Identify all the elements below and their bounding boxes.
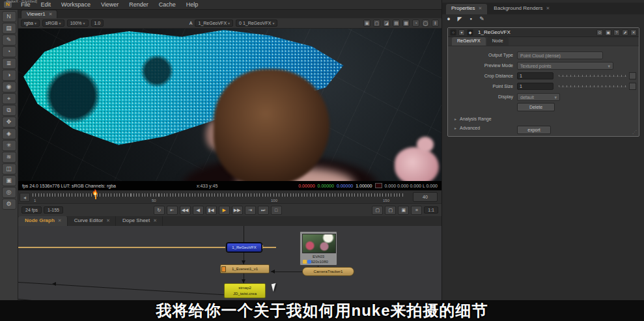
fps-select[interactable]: 24 fps bbox=[21, 206, 42, 214]
export-button[interactable]: export bbox=[517, 126, 551, 134]
step-forward-button[interactable]: ▶▶ bbox=[232, 206, 243, 215]
color-chip-icon[interactable]: ◆ bbox=[467, 29, 473, 36]
roi-icon[interactable]: ◪ bbox=[383, 20, 390, 27]
wire-stub-tan[interactable] bbox=[263, 247, 276, 248]
merge-tools-icon[interactable]: ⧉ bbox=[2, 105, 16, 116]
metadata-tools-icon[interactable]: ▣ bbox=[2, 175, 16, 186]
close-icon[interactable]: ✕ bbox=[546, 6, 550, 10]
checker-icon[interactable]: ▤ bbox=[393, 20, 400, 27]
display-dropdown[interactable]: default bbox=[517, 93, 560, 101]
a-buffer-select[interactable]: 1_ReGeoVFX ▾ bbox=[195, 20, 233, 27]
3d-tools-icon[interactable]: ◈ bbox=[2, 128, 16, 139]
current-frame-box[interactable]: 40 bbox=[413, 192, 438, 202]
tab-curve-editor[interactable]: Curve Editor✕ bbox=[68, 216, 116, 226]
other-tools-icon[interactable]: ⚙ bbox=[2, 199, 16, 210]
transform-tools-icon[interactable]: ✥ bbox=[2, 117, 16, 128]
play-backward-button[interactable]: ▮◀ bbox=[206, 206, 217, 215]
pixel-ratio-select[interactable]: 1:1 bbox=[424, 206, 438, 214]
wire-horizontal-tan[interactable] bbox=[18, 247, 225, 248]
node-name-field[interactable]: 1_ReGeoVFX bbox=[478, 29, 511, 35]
wire-vertical-top[interactable] bbox=[244, 226, 244, 243]
particles-tools-icon[interactable]: ✳ bbox=[2, 140, 16, 151]
delete-button[interactable]: Delete bbox=[517, 103, 555, 111]
clear-panels-icon[interactable]: ▪ bbox=[467, 16, 475, 23]
goto-start-button[interactable]: ⇤ bbox=[167, 206, 178, 215]
node-stmap[interactable]: stmap2 JD_twist.crea bbox=[224, 283, 266, 298]
frame-range-field[interactable]: 1-155 bbox=[44, 206, 63, 214]
deep-tools-icon[interactable]: ≋ bbox=[2, 152, 16, 163]
wipe-icon[interactable]: ▣ bbox=[363, 20, 371, 27]
pin-icon[interactable]: ◤ bbox=[456, 16, 464, 23]
node-cameratracker[interactable]: CameraTracker1 bbox=[302, 267, 354, 276]
tab-regeovfx-knobs[interactable]: ReGeoVFX bbox=[452, 37, 486, 46]
close-icon[interactable]: ✕ bbox=[478, 6, 482, 10]
prev-keyframe-button[interactable]: ◀◀ bbox=[180, 206, 191, 215]
menu-edit[interactable]: Edit bbox=[40, 1, 53, 8]
center-viewer-icon[interactable]: ⊙ bbox=[596, 29, 603, 36]
help-icon[interactable]: ? bbox=[613, 29, 620, 36]
menu-cache[interactable]: Cache bbox=[158, 1, 177, 8]
loop-button[interactable]: ↻ bbox=[154, 206, 165, 215]
close-icon[interactable]: ✕ bbox=[58, 218, 62, 223]
draw-tools-icon[interactable]: ✎ bbox=[2, 35, 16, 46]
menu-help[interactable]: Help bbox=[185, 1, 200, 8]
node-regeovfx[interactable]: 1_ReGeoVFX bbox=[227, 243, 262, 252]
mask-icon[interactable]: ▦ bbox=[402, 20, 410, 27]
close-icon[interactable]: ✕ bbox=[630, 29, 637, 36]
crop-distance-input[interactable]: 1 bbox=[517, 72, 553, 79]
fullscreen-icon[interactable]: ▢ bbox=[372, 206, 383, 215]
playhead-marker-icon[interactable]: 🔥 bbox=[92, 190, 98, 195]
advanced-group[interactable]: ▸Advanced bbox=[455, 126, 480, 130]
tab-viewer1[interactable]: Viewer1✕ bbox=[21, 10, 57, 18]
tab-node-graph[interactable]: Node Graph✕ bbox=[18, 216, 68, 226]
crop-distance-anim-icon[interactable] bbox=[629, 72, 636, 79]
tab-properties[interactable]: Properties✕ bbox=[446, 4, 487, 14]
crop-distance-slider[interactable] bbox=[559, 75, 626, 77]
keyer-tools-icon[interactable]: ⌖ bbox=[2, 93, 16, 104]
layer-select[interactable]: rgba ▾ bbox=[21, 20, 40, 27]
menu-viewer[interactable]: Viewer bbox=[100, 1, 120, 8]
edit-icon[interactable]: ✎ bbox=[478, 16, 486, 23]
color-tools-icon[interactable]: ◑ bbox=[2, 70, 16, 81]
node-read[interactable]: EVA03 1920x1080 bbox=[300, 231, 337, 266]
image-tools-icon[interactable]: ▤ bbox=[2, 23, 16, 34]
lock-icon[interactable]: ▣ bbox=[398, 206, 409, 215]
close-icon[interactable]: ✕ bbox=[153, 218, 157, 223]
point-size-slider[interactable] bbox=[559, 85, 626, 87]
views-tools-icon[interactable]: ◫ bbox=[2, 163, 16, 174]
b-buffer-select[interactable]: 0 1_ReGeoVFX ▾ bbox=[236, 20, 277, 27]
preview-mode-dropdown[interactable]: Textured points bbox=[517, 62, 613, 70]
tab-node-knobs[interactable]: Node bbox=[487, 37, 509, 46]
resize-grip[interactable]: ⋰ bbox=[632, 130, 637, 135]
goto-end-button[interactable]: ⏭ bbox=[258, 206, 269, 215]
window-icon[interactable]: ▢ bbox=[385, 206, 396, 215]
clipping-icon[interactable]: ◔ bbox=[412, 20, 419, 27]
viewer-timeline[interactable]: ◂ 1 50 100 150 🔥 40 bbox=[18, 190, 441, 203]
pause-icon[interactable]: ‖ bbox=[432, 20, 439, 27]
display-lut-select[interactable]: sRGB ▾ bbox=[42, 20, 64, 27]
proxy-icon[interactable]: ▢ bbox=[373, 20, 380, 27]
nuke-logo-icon[interactable]: N bbox=[2, 11, 16, 22]
wire-tracker-to-node[interactable] bbox=[271, 272, 302, 272]
close-icon[interactable]: ✕ bbox=[49, 12, 53, 16]
zoom-select[interactable]: 100% ▾ bbox=[67, 20, 89, 27]
gain-field[interactable]: 1.0 bbox=[91, 20, 104, 27]
node-indicator-icon[interactable]: ○ bbox=[450, 29, 456, 36]
node-everest[interactable]: 1_Everest1_v1 bbox=[220, 264, 270, 273]
point-size-anim-icon[interactable] bbox=[629, 83, 636, 90]
output-type-field[interactable]: Point Cloud (dense) bbox=[517, 51, 603, 59]
viewer-image-canvas[interactable] bbox=[18, 29, 441, 181]
float-panel-icon[interactable]: ▣ bbox=[605, 29, 611, 36]
next-keyframe-button[interactable]: ⇥ bbox=[245, 206, 256, 215]
maximize-icon[interactable]: ⬈ bbox=[622, 29, 628, 36]
stop-button[interactable]: □ bbox=[271, 206, 282, 215]
timeline-lock-icon[interactable]: ◂ bbox=[20, 193, 30, 202]
wire-diagonal-1[interactable] bbox=[18, 282, 226, 296]
curve-icon[interactable]: ▾ bbox=[458, 29, 465, 36]
step-back-button[interactable]: ◀ bbox=[193, 206, 204, 215]
menu-workspace[interactable]: Workspace bbox=[60, 1, 92, 8]
tab-background-renders[interactable]: Background Renders✕ bbox=[488, 4, 555, 14]
time-tools-icon[interactable]: ◔ bbox=[2, 46, 16, 57]
menu-icon[interactable]: ≡ bbox=[411, 206, 422, 215]
3d-view-icon[interactable]: ◯ bbox=[422, 20, 429, 27]
